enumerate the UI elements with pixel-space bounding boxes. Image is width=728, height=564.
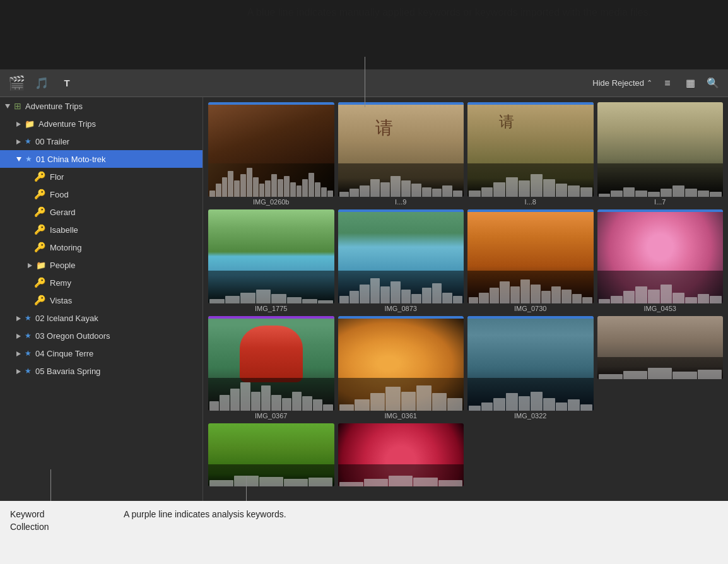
photo-item-img0260b[interactable]: IMG_0260b	[208, 102, 334, 206]
waveform-partial2	[208, 464, 334, 486]
star-icon-bavaria: ★	[25, 367, 32, 375]
toolbar: 🎬 🎵 T Hide Rejected ⌃ ≡ ▦ 🔍	[0, 69, 728, 97]
photo-item-partial1[interactable]	[597, 316, 724, 420]
photo-thumb-img0260b	[208, 102, 334, 197]
photo-item-img1775[interactable]: IMG_1775	[208, 209, 334, 313]
sidebar-label-remy: Remy	[50, 278, 71, 288]
main-layout: ⊞ Adventure Trips 📁 Adventure Trips ★ 00…	[0, 97, 728, 501]
waveform-img7	[597, 163, 724, 196]
photo-label-img0361: IMG_0361	[338, 412, 464, 420]
waveform-img0453	[597, 271, 724, 303]
triangle-down-icon	[5, 102, 10, 111]
sidebar-item-adventure-trips[interactable]: ⊞ Adventure Trips	[0, 97, 203, 115]
svg-marker-0	[5, 104, 10, 109]
photo-thumb-img0322	[467, 316, 594, 411]
sidebar-item-vistas[interactable]: 🔑 Vistas	[0, 291, 203, 309]
waveform-partial1	[597, 357, 724, 379]
blue-line-img0453	[597, 209, 724, 212]
svg-marker-6	[16, 334, 21, 339]
annotation-bottom-left-text: KeywordCollection	[0, 501, 114, 564]
svg-marker-3	[16, 157, 21, 162]
photo-item-img0367[interactable]: IMG_0367	[208, 316, 334, 420]
blue-line-img0361	[338, 316, 464, 319]
blue-line-img0730	[467, 209, 594, 212]
blue-line-img0873	[338, 209, 464, 212]
sidebar-item-food[interactable]: 🔑 Food	[0, 185, 203, 203]
svg-marker-1	[16, 122, 21, 127]
photo-item-img0730[interactable]: IMG_0730	[467, 209, 594, 313]
sidebar-label-04-cinque: 04 Cinque Terre	[35, 349, 93, 358]
photo-item-partial2[interactable]	[208, 423, 334, 488]
photo-thumb-img7	[597, 102, 724, 197]
keyword-icon-remy: 🔑	[34, 277, 46, 288]
waveform-img1775	[208, 271, 334, 303]
sidebar-item-02-iceland[interactable]: ★ 02 Iceland Kayak	[0, 309, 203, 327]
sidebar-item-remy[interactable]: 🔑 Remy	[0, 274, 203, 291]
filmstrip-button[interactable]: ▦	[683, 76, 698, 91]
photo-thumb-img0367	[208, 316, 334, 411]
sidebar-item-isabelle[interactable]: 🔑 Isabelle	[0, 221, 203, 238]
sidebar-label-05-bavaria: 05 Bavaria Spring	[35, 367, 100, 376]
sidebar-item-gerard[interactable]: 🔑 Gerard	[0, 203, 203, 221]
waveform-img0361	[338, 378, 464, 411]
keyword-icon-motoring: 🔑	[34, 242, 46, 253]
svg-marker-4	[28, 263, 32, 268]
annotation-line-bottom-right	[246, 476, 247, 501]
photo-item-img0453[interactable]: IMG_0453	[597, 209, 724, 313]
photo-item-img0322[interactable]: IMG_0322	[467, 316, 594, 420]
sidebar-item-01-china[interactable]: ★ 01 China Moto-trek	[0, 150, 203, 168]
search-button[interactable]: 🔍	[705, 76, 720, 91]
list-view-button[interactable]: ≡	[660, 76, 675, 91]
photo-item-img0873[interactable]: IMG_0873	[338, 209, 464, 313]
sidebar-item-03-oregon[interactable]: ★ 03 Oregon Outdoors	[0, 327, 203, 344]
sidebar-item-motoring[interactable]: 🔑 Motoring	[0, 238, 203, 256]
sidebar-item-04-cinque[interactable]: ★ 04 Cinque Terre	[0, 344, 203, 362]
triangle-right-icon-smart	[16, 119, 21, 129]
sidebar-item-00-trailer[interactable]: ★ 00 Trailer	[0, 132, 203, 150]
folder-icon-smart: 📁	[25, 119, 35, 129]
svg-marker-2	[16, 139, 21, 144]
star-icon-oregon: ★	[25, 331, 32, 340]
sidebar-item-smart-collections[interactable]: 📁 Adventure Trips	[0, 115, 203, 132]
sidebar-label-adventure-trips: Adventure Trips	[25, 102, 83, 111]
blue-line-img0322	[467, 316, 594, 319]
waveform-img8	[467, 163, 594, 196]
star-icon-cinque: ★	[25, 349, 32, 358]
sidebar-label-people: People	[50, 261, 75, 270]
toolbar-left: 🎬 🎵 T	[8, 74, 76, 92]
annotation-top: A blue line indicates manually applied k…	[233, 5, 665, 20]
keyword-icon-isabelle: 🔑	[34, 224, 46, 235]
svg-marker-7	[16, 351, 21, 356]
photo-item-img9[interactable]: 请 I...9	[338, 102, 464, 206]
photo-label-img0873: IMG_0873	[338, 305, 464, 312]
waveform-img0873	[338, 271, 464, 303]
annotation-line-top	[365, 57, 365, 107]
photo-label-img0367: IMG_0367	[208, 412, 334, 420]
sidebar-label-flor: Flor	[50, 172, 64, 182]
photo-label-img7: I...7	[597, 198, 724, 206]
music-icon[interactable]: 🎵	[33, 74, 50, 92]
triangle-down-icon-china	[16, 155, 21, 164]
sidebar: ⊞ Adventure Trips 📁 Adventure Trips ★ 00…	[0, 97, 203, 501]
sidebar-item-people[interactable]: 📁 People	[0, 256, 203, 274]
photo-item-img7[interactable]: I...7	[597, 102, 724, 206]
sidebar-item-05-bavaria[interactable]: ★ 05 Bavaria Spring	[0, 362, 203, 380]
photo-item-img0361[interactable]: IMG_0361	[338, 316, 464, 420]
keyword-icon-flor: 🔑	[34, 171, 46, 182]
hide-rejected-button[interactable]: Hide Rejected ⌃	[592, 78, 652, 88]
sidebar-label-food: Food	[50, 190, 69, 199]
sidebar-item-flor[interactable]: 🔑 Flor	[0, 168, 203, 185]
photo-label-img0730: IMG_0730	[467, 305, 594, 312]
photo-label-img0260b: IMG_0260b	[208, 198, 334, 206]
triangle-right-icon-cinque	[16, 349, 21, 358]
title-icon[interactable]: T	[58, 74, 76, 92]
star-icon-china: ★	[25, 155, 32, 163]
annotation-line-bottom-left	[50, 469, 51, 501]
sidebar-label-smart-collections: Adventure Trips	[38, 119, 96, 129]
photo-item-img8[interactable]: 请 I...8	[467, 102, 594, 206]
triangle-right-icon-iceland	[16, 314, 21, 323]
svg-marker-8	[16, 369, 21, 374]
library-icon[interactable]: 🎬	[8, 74, 25, 92]
photo-thumb-partial2	[208, 423, 334, 486]
photo-item-partial3[interactable]	[338, 423, 464, 488]
